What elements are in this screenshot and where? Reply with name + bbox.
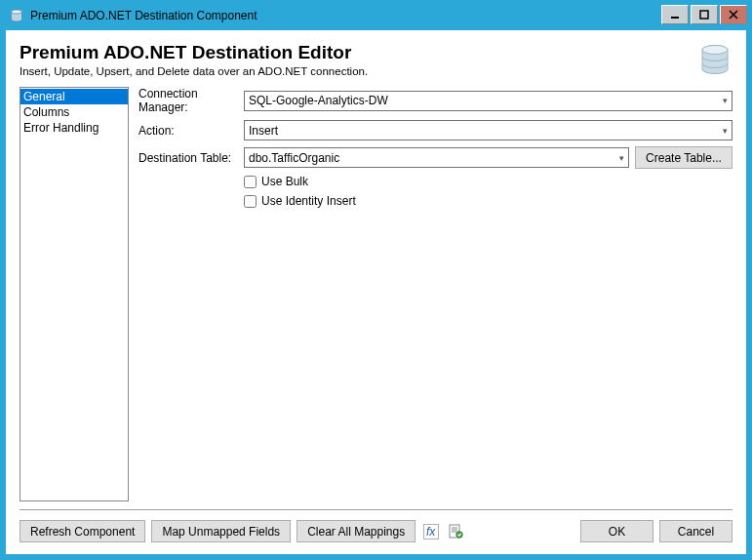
create-table-button[interactable]: Create Table... [635,146,732,169]
page-title: Premium ADO.NET Destination Editor [20,42,688,63]
general-form: Connection Manager: SQL-Google-Analytics… [139,87,732,501]
destination-table-select[interactable]: dbo.TafficOrganic ▾ [244,147,629,168]
nav-item-columns[interactable]: Columns [20,104,128,120]
chevron-down-icon: ▾ [723,126,728,136]
svg-rect-3 [700,11,708,19]
database-large-icon [697,42,732,77]
action-value: Insert [249,124,278,138]
cancel-button[interactable]: Cancel [659,520,732,542]
use-bulk-label: Use Bulk [261,175,308,188]
action-label: Action: [139,124,244,138]
close-button[interactable] [720,5,747,24]
connection-manager-value: SQL-Google-Analytics-DW [249,94,388,107]
nav-label: Error Handling [23,121,99,135]
clear-all-mappings-button[interactable]: Clear All Mappings [297,520,416,542]
window-frame: Premium ADO.NET Destination Component Pr… [0,0,752,560]
editor-header: Premium ADO.NET Destination Editor Inser… [6,30,746,87]
nav-item-error-handling[interactable]: Error Handling [20,120,128,136]
destination-table-label: Destination Table: [139,151,244,165]
svg-text:fx: fx [426,525,436,539]
action-select[interactable]: Insert ▾ [244,120,732,140]
destination-table-value: dbo.TafficOrganic [249,151,339,165]
nav-item-general[interactable]: General [20,89,128,104]
refresh-component-button[interactable]: Refresh Component [20,520,145,542]
window-title: Premium ADO.NET Destination Component [30,9,659,22]
connection-manager-label: Connection Manager: [139,87,244,114]
nav-label: Columns [23,105,69,119]
chevron-down-icon: ▾ [723,96,728,105]
use-identity-insert-checkbox[interactable] [244,195,257,208]
titlebar[interactable]: Premium ADO.NET Destination Component [1,1,751,30]
nav-label: General [23,90,65,103]
database-icon [9,8,24,23]
properties-icon[interactable] [447,522,466,541]
client-area: Premium ADO.NET Destination Editor Inser… [1,30,751,559]
chevron-down-icon: ▾ [619,153,624,163]
use-identity-insert-label: Use Identity Insert [261,194,356,208]
map-unmapped-fields-button[interactable]: Map Unmapped Fields [151,520,291,542]
footer-bar: Refresh Component Map Unmapped Fields Cl… [20,509,732,554]
connection-manager-select[interactable]: SQL-Google-Analytics-DW ▾ [244,91,732,111]
window-controls [659,5,747,26]
svg-point-5 [702,46,728,55]
maximize-button[interactable] [691,5,718,24]
ok-button[interactable]: OK [580,520,653,542]
expression-fx-icon[interactable]: fx [421,522,441,541]
minimize-button[interactable] [661,5,689,24]
svg-point-1 [12,10,22,14]
section-nav: General Columns Error Handling [20,87,129,501]
page-subtitle: Insert, Update, Upsert, and Delete data … [20,65,688,77]
svg-rect-2 [671,17,679,19]
use-bulk-checkbox[interactable] [244,176,257,188]
